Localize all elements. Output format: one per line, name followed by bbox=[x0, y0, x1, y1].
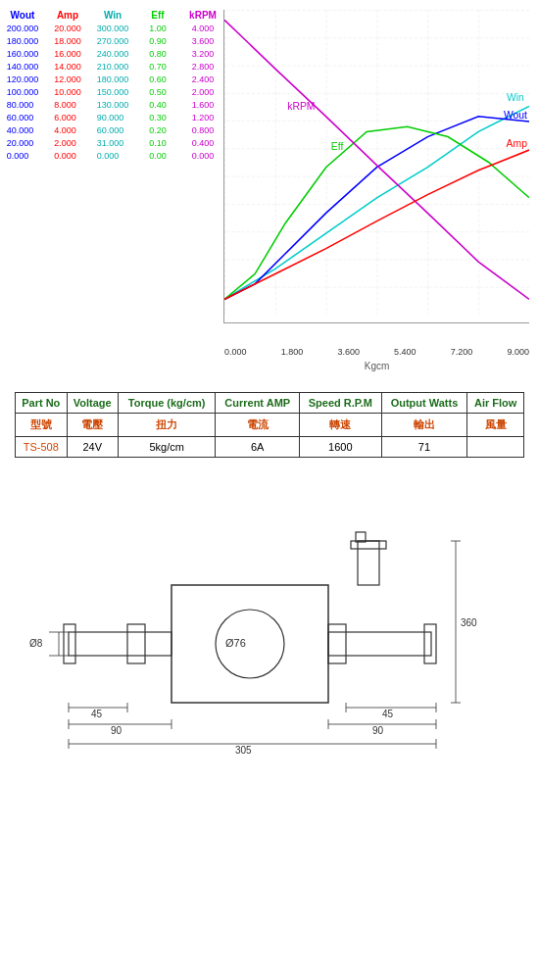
col-voltage-cn: 電壓 bbox=[67, 414, 118, 437]
diagram-svg: Ø76 Ø8 45 90 45 90 bbox=[10, 487, 529, 761]
col-current-cn: 電流 bbox=[216, 414, 300, 437]
col-torque-en: Torque (kg/cm) bbox=[118, 393, 216, 414]
eff-axis: Eff 1.000.900.800.700.600.500.400.300.20… bbox=[135, 10, 180, 164]
krpm-header: kRPM bbox=[189, 10, 217, 21]
col-output-cn: 輸出 bbox=[381, 414, 467, 437]
amp-header: Amp bbox=[57, 10, 78, 21]
svg-text:Wout: Wout bbox=[504, 110, 527, 121]
wout-values: 200.000180.000160.000140.000120.000100.0… bbox=[7, 23, 39, 164]
col-speed-en: Speed R.P.M bbox=[300, 393, 382, 414]
amp-axis: Amp 20.00018.00016.00014.00012.00010.000… bbox=[45, 10, 90, 164]
diagram-section: Ø76 Ø8 45 90 45 90 bbox=[0, 477, 539, 784]
x-axis-title: Kgcm bbox=[365, 361, 390, 371]
svg-text:Win: Win bbox=[507, 92, 524, 103]
amp-values: 20.00018.00016.00014.00012.00010.0008.00… bbox=[54, 23, 81, 164]
svg-rect-15 bbox=[358, 541, 379, 585]
spec-table-section: Part No Voltage Torque (kg/cm) Current A… bbox=[0, 382, 539, 467]
col-speed-cn: 轉速 bbox=[300, 414, 382, 437]
wout-header: Wout bbox=[11, 10, 35, 21]
svg-text:90: 90 bbox=[372, 725, 384, 736]
col-torque-cn: 扭力 bbox=[118, 414, 216, 437]
svg-text:360: 360 bbox=[461, 617, 477, 628]
krpm-values: 4.0003.6003.2002.8002.4002.0001.6001.200… bbox=[192, 23, 215, 164]
cell-partno: TS-508 bbox=[16, 437, 68, 458]
col-airflow-cn: 風量 bbox=[467, 414, 524, 437]
wout-axis: Wout 200.000180.000160.000140.000120.000… bbox=[0, 10, 45, 164]
svg-text:90: 90 bbox=[111, 725, 122, 736]
win-header: Win bbox=[104, 10, 122, 21]
svg-text:305: 305 bbox=[235, 745, 252, 756]
col-partno-cn: 型號 bbox=[16, 414, 68, 437]
win-values: 300.000270.000240.000210.000180.000150.0… bbox=[97, 23, 129, 164]
x-axis-labels: 0.000 1.800 3.600 5.400 7.200 9.000 bbox=[224, 347, 529, 357]
cell-voltage: 24V bbox=[67, 437, 118, 458]
win-axis: Win 300.000270.000240.000210.000180.0001… bbox=[90, 10, 135, 164]
krpm-axis: kRPM 4.0003.6003.2002.8002.4002.0001.600… bbox=[180, 10, 225, 164]
cell-torque: 5kg/cm bbox=[118, 437, 216, 458]
svg-rect-12 bbox=[328, 624, 346, 663]
table-row: TS-508 24V 5kg/cm 6A 1600 71 bbox=[16, 437, 524, 458]
svg-rect-6 bbox=[172, 585, 328, 703]
chart-plot-area: Win Wout Eff kRPM Amp 0.000 1.800 3.600 … bbox=[223, 10, 529, 323]
svg-rect-8 bbox=[64, 624, 75, 663]
chart-section: Wout 200.000180.000160.000140.000120.000… bbox=[0, 0, 539, 372]
eff-values: 1.000.900.800.700.600.500.400.300.200.10… bbox=[149, 23, 167, 164]
svg-text:Ø76: Ø76 bbox=[225, 637, 246, 649]
table-header-cn: 型號 電壓 扭力 電流 轉速 輸出 風量 bbox=[16, 414, 524, 437]
chart-axes-left: Wout 200.000180.000160.000140.000120.000… bbox=[0, 10, 225, 164]
spec-table: Part No Voltage Torque (kg/cm) Current A… bbox=[15, 392, 524, 458]
col-airflow-en: Air Flow bbox=[467, 393, 524, 414]
col-partno-en: Part No bbox=[16, 393, 68, 414]
svg-text:45: 45 bbox=[91, 709, 103, 719]
table-header-en: Part No Voltage Torque (kg/cm) Current A… bbox=[16, 393, 524, 414]
col-output-en: Output Watts bbox=[381, 393, 467, 414]
cell-current: 6A bbox=[216, 437, 300, 458]
svg-rect-10 bbox=[328, 632, 431, 656]
cell-speed: 1600 bbox=[300, 437, 382, 458]
eff-header: Eff bbox=[151, 10, 164, 21]
svg-text:Eff: Eff bbox=[331, 141, 344, 152]
svg-text:Ø8: Ø8 bbox=[29, 638, 43, 649]
svg-rect-9 bbox=[127, 624, 145, 663]
svg-rect-7 bbox=[69, 632, 172, 656]
svg-rect-11 bbox=[424, 624, 436, 663]
svg-text:45: 45 bbox=[382, 709, 394, 719]
svg-text:Amp: Amp bbox=[507, 138, 528, 149]
svg-text:kRPM: kRPM bbox=[287, 101, 315, 112]
col-voltage-en: Voltage bbox=[67, 393, 118, 414]
cell-airflow bbox=[467, 437, 524, 458]
col-current-en: Current AMP bbox=[216, 393, 300, 414]
cell-output: 71 bbox=[381, 437, 467, 458]
chart-svg: Win Wout Eff kRPM Amp bbox=[224, 10, 529, 315]
